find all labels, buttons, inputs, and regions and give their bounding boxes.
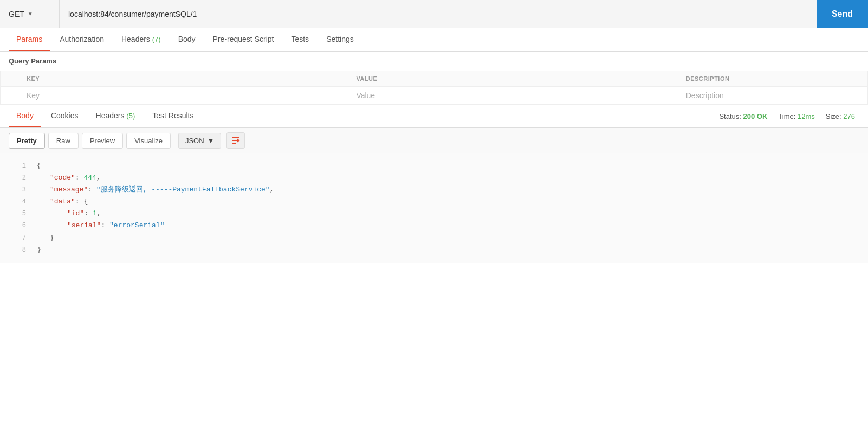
url-bar: GET ▼ Send bbox=[0, 0, 868, 28]
response-tab-body[interactable]: Body bbox=[9, 105, 41, 127]
key-input-cell[interactable]: Key bbox=[20, 87, 349, 105]
response-tabs-bar: Body Cookies Headers (5) Test Results St… bbox=[0, 105, 868, 128]
method-chevron-icon: ▼ bbox=[28, 11, 33, 17]
table-checkbox-header bbox=[1, 71, 20, 87]
method-label: GET bbox=[9, 10, 24, 18]
table-desc-header: DESCRIPTION bbox=[679, 71, 867, 87]
desc-input-cell[interactable]: Description bbox=[679, 87, 867, 105]
table-key-header: KEY bbox=[20, 71, 349, 87]
method-select[interactable]: GET ▼ bbox=[0, 0, 60, 28]
query-params-label: Query Params bbox=[0, 52, 868, 71]
tab-tests[interactable]: Tests bbox=[283, 28, 316, 51]
send-button[interactable]: Send bbox=[817, 0, 868, 28]
json-line-2: 2 "code": 444, bbox=[0, 172, 868, 184]
params-table: KEY VALUE DESCRIPTION Key Value Descript… bbox=[0, 71, 868, 105]
size-info: Size: 276 bbox=[826, 112, 855, 120]
table-value-header: VALUE bbox=[349, 71, 679, 87]
tab-body[interactable]: Body bbox=[171, 28, 203, 51]
json-line-1: 1 { bbox=[0, 160, 868, 172]
json-line-8: 8 } bbox=[0, 244, 868, 256]
tab-headers[interactable]: Headers (7) bbox=[114, 28, 169, 51]
url-input[interactable] bbox=[60, 0, 817, 28]
json-line-3: 3 "message": "服务降级返回, -----PaymentFallba… bbox=[0, 184, 868, 196]
tab-pre-request-script[interactable]: Pre-request Script bbox=[205, 28, 282, 51]
json-line-6: 6 "serial": "errorSerial" bbox=[0, 220, 868, 232]
time-info: Time: 12ms bbox=[778, 112, 814, 120]
format-bar: Pretty Raw Preview Visualize JSON ▼ bbox=[0, 128, 868, 153]
visualize-button[interactable]: Visualize bbox=[126, 133, 171, 149]
raw-button[interactable]: Raw bbox=[48, 133, 79, 149]
tab-params[interactable]: Params bbox=[9, 28, 50, 51]
tab-authorization[interactable]: Authorization bbox=[52, 28, 112, 51]
pretty-button[interactable]: Pretty bbox=[9, 133, 45, 149]
response-tab-test-results[interactable]: Test Results bbox=[145, 105, 201, 127]
value-input-cell[interactable]: Value bbox=[349, 87, 679, 105]
status-label: Status: 200 OK bbox=[719, 112, 767, 120]
table-checkbox-cell bbox=[1, 87, 20, 105]
response-tab-headers[interactable]: Headers (5) bbox=[88, 105, 143, 127]
json-line-5: 5 "id": 1, bbox=[0, 208, 868, 220]
json-viewer: 1 { 2 "code": 444, 3 "message": "服务降级返回,… bbox=[0, 153, 868, 263]
response-tab-cookies[interactable]: Cookies bbox=[43, 105, 86, 127]
json-line-4: 4 "data": { bbox=[0, 196, 868, 208]
json-line-7: 7 } bbox=[0, 232, 868, 244]
wrap-button[interactable] bbox=[226, 132, 245, 149]
wrap-icon bbox=[231, 136, 241, 145]
json-format-select[interactable]: JSON ▼ bbox=[178, 133, 222, 149]
preview-button[interactable]: Preview bbox=[82, 133, 123, 149]
response-status-info: Status: 200 OK Time: 12ms Size: 276 bbox=[719, 112, 859, 120]
tab-settings[interactable]: Settings bbox=[319, 28, 361, 51]
request-tabs-bar: Params Authorization Headers (7) Body Pr… bbox=[0, 28, 868, 52]
